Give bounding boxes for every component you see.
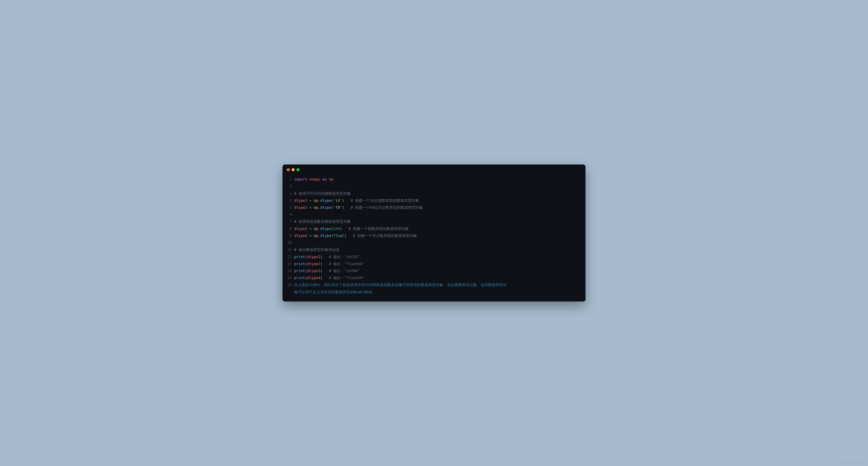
line-number: 16 [287, 281, 294, 288]
line-number: 15 [287, 275, 294, 281]
line-number: 10 [287, 239, 294, 246]
code-line: 9 dtype4 = np.dtype(float) # 创建一个浮点数类型的数… [287, 232, 581, 239]
code-line: 4 dtype1 = np.dtype('i4') # 创建一个32位整数类型的… [287, 197, 581, 204]
code-content: print(dtype2) # 输出："float64" [294, 260, 581, 268]
code-content: dtype1 = np.dtype('i4') # 创建一个32位整数类型的数据… [294, 197, 581, 204]
code-editor-window: 1 import numpy as np 2 3 # 使用字符代码创建数据类型对… [282, 164, 586, 302]
line-number: 6 [287, 211, 294, 218]
code-line: 6 [287, 211, 581, 218]
code-line: 15 print(dtype4) # 输出："float64" [287, 275, 581, 281]
code-content: dtype3 = np.dtype(int) # 创建一个整数类型的数据类型对象 [294, 225, 581, 232]
line-number: 7 [287, 218, 294, 225]
code-line: 12 print(dtype1) # 输出："int32" [287, 253, 581, 260]
code-line: 8 dtype3 = np.dtype(int) # 创建一个整数类型的数据类型… [287, 225, 581, 232]
code-content: # 使用字符代码创建数据类型对象 [294, 190, 581, 197]
code-content: dtype4 = np.dtype(float) # 创建一个浮点数类型的数据类… [294, 232, 581, 239]
code-line: 7 # 使用构造函数创建数据类型对象 [287, 218, 581, 225]
code-line: 13 print(dtype2) # 输出："float64" [287, 260, 581, 268]
code-line: 3 # 使用字符代码创建数据类型对象 [287, 190, 581, 197]
maximize-icon[interactable] [297, 168, 300, 171]
line-number: 5 [287, 204, 294, 211]
code-area: 1 import numpy as np 2 3 # 使用字符代码创建数据类型对… [282, 174, 586, 296]
code-content [294, 211, 581, 218]
code-line: 10 [287, 239, 581, 246]
line-number: 9 [287, 232, 294, 239]
code-line: 5 dtype2 = np.dtype('f8') # 创建一个64位浮点数类型… [287, 204, 581, 211]
code-content: dtype2 = np.dtype('f8') # 创建一个64位浮点数类型的数… [294, 204, 581, 211]
line-number: 14 [287, 268, 294, 275]
code-line: 2 [287, 183, 581, 190]
line-number: 11 [287, 246, 294, 253]
line-number: 3 [287, 190, 294, 197]
code-content: # 使用构造函数创建数据类型对象 [294, 218, 581, 225]
line-number: 2 [287, 183, 294, 190]
code-content: # 输出数据类型对象的信息 [294, 246, 581, 253]
code-line: 1 import numpy as np [287, 176, 581, 183]
code-content: 在上面的示例中，我们演示了如何使用字符代码和构造函数来创建不同类型的数据类型对象… [294, 281, 581, 288]
window-title-bar [282, 164, 586, 174]
line-number [287, 289, 294, 296]
line-number: 1 [287, 176, 294, 183]
line-number: 8 [287, 225, 294, 232]
code-line-wrap: 象可以用于定义具有特定数据类型的NumPy数组。 [287, 289, 581, 296]
code-content: print(dtype4) # 输出："float64" [294, 275, 581, 281]
close-icon[interactable] [287, 168, 290, 171]
code-content: print(dtype3) # 输出："int64" [294, 268, 581, 275]
minimize-icon[interactable] [291, 168, 294, 171]
code-line: 11 # 输出数据类型对象的信息 [287, 246, 581, 253]
code-content [294, 183, 581, 190]
code-content: 象可以用于定义具有特定数据类型的NumPy数组。 [294, 289, 581, 296]
watermark: CSDN @人才程序员 [841, 460, 865, 464]
code-content: print(dtype1) # 输出："int32" [294, 253, 581, 260]
line-number: 12 [287, 253, 294, 260]
line-number: 4 [287, 197, 294, 204]
code-content [294, 239, 581, 246]
line-number: 13 [287, 260, 294, 268]
code-line: 16 在上面的示例中，我们演示了如何使用字符代码和构造函数来创建不同类型的数据类… [287, 281, 581, 288]
code-line: 14 print(dtype3) # 输出："int64" [287, 268, 581, 275]
code-content: import numpy as np [294, 176, 581, 183]
